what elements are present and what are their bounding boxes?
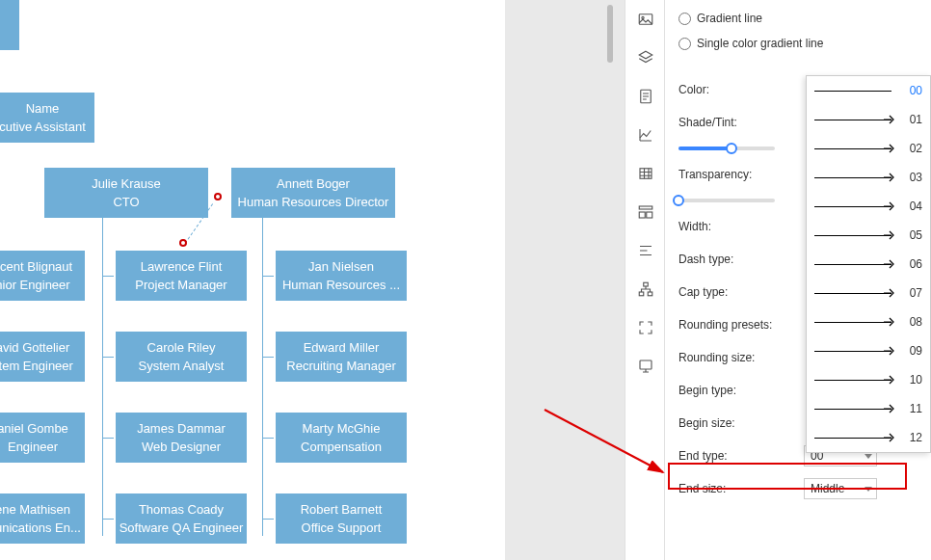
node-title: Lawrence Flint xyxy=(141,257,223,277)
prop-label: Cap type: xyxy=(678,285,804,299)
dropdown-item[interactable]: 11 xyxy=(807,394,930,423)
node-title: Edward Miller xyxy=(304,338,380,358)
document-icon[interactable] xyxy=(625,77,666,116)
radio-input[interactable] xyxy=(678,38,691,50)
prop-end-size: End size: Middle xyxy=(678,472,931,505)
org-node[interactable]: ene Mathisen munications En... xyxy=(0,493,85,544)
dropdown-item-label: 00 xyxy=(903,84,922,97)
org-chart-canvas[interactable]: Name cutive Assistant Julie Krause CTO A… xyxy=(0,0,505,560)
transparency-slider[interactable] xyxy=(678,199,775,202)
org-node-cto[interactable]: Julie Krause CTO xyxy=(44,168,208,218)
dropdown-item[interactable]: 02 xyxy=(807,134,930,163)
org-node[interactable]: Jan Nielsen Human Resources ... xyxy=(276,251,407,301)
svg-rect-5 xyxy=(639,212,645,218)
dropdown-item[interactable]: 05 xyxy=(807,221,930,250)
connector xyxy=(102,218,103,536)
dropdown-item[interactable]: 04 xyxy=(807,192,930,221)
chevron-down-icon xyxy=(864,487,872,492)
slider-thumb[interactable] xyxy=(726,143,737,154)
node-subtitle: Web Designer xyxy=(142,438,221,457)
dropdown-item[interactable]: 12 xyxy=(807,423,930,452)
org-node[interactable]: Lawrence Flint Project Manager xyxy=(116,251,247,301)
dropdown-item[interactable]: 03 xyxy=(807,163,930,192)
org-node[interactable]: James Dammar Web Designer xyxy=(116,413,247,463)
drag-handle-start[interactable] xyxy=(179,239,187,247)
end-size-select[interactable]: Middle xyxy=(804,478,877,499)
layout-icon[interactable] xyxy=(625,193,666,231)
node-subtitle: CTO xyxy=(113,193,139,212)
arrow-icon xyxy=(882,142,895,155)
canvas-margin xyxy=(505,0,625,560)
org-node[interactable]: aniel Gombe Engineer xyxy=(0,413,85,463)
connector xyxy=(262,519,274,520)
svg-rect-9 xyxy=(648,292,652,296)
dropdown-item[interactable]: 06 xyxy=(807,250,930,279)
connector xyxy=(262,218,263,536)
svg-rect-7 xyxy=(644,282,649,286)
node-subtitle: stem Engineer xyxy=(0,357,73,376)
line-properties-panel: Gradient line Single color gradient line… xyxy=(665,0,931,560)
dropdown-item-label: 03 xyxy=(903,171,922,184)
end-type-dropdown[interactable]: 00010203040506070809101112 xyxy=(806,75,931,453)
connector xyxy=(102,357,114,358)
org-node-partial[interactable] xyxy=(0,0,19,50)
slider-thumb[interactable] xyxy=(673,195,684,206)
dropdown-item-label: 12 xyxy=(903,431,922,444)
connector xyxy=(262,357,274,358)
align-icon[interactable] xyxy=(625,231,666,270)
connector xyxy=(102,438,114,439)
presentation-icon[interactable] xyxy=(625,347,666,386)
arrow-icon xyxy=(882,228,895,242)
org-node[interactable]: Thomas Coady Software QA Engineer xyxy=(116,493,247,544)
radio-single-color-gradient[interactable]: Single color gradient line xyxy=(678,31,931,56)
side-tool-rail xyxy=(625,0,665,560)
node-subtitle: Compensation xyxy=(301,438,382,457)
node-title: ene Mathisen xyxy=(0,500,70,520)
dropdown-item-label: 06 xyxy=(903,257,922,271)
dropdown-item-label: 10 xyxy=(903,373,922,387)
image-icon[interactable] xyxy=(625,0,666,39)
dropdown-item[interactable]: 08 xyxy=(807,307,930,336)
orgchart-icon[interactable] xyxy=(625,270,666,308)
dropdown-item[interactable]: 10 xyxy=(807,365,930,394)
dropdown-item[interactable]: 09 xyxy=(807,336,930,365)
dropdown-item[interactable]: 07 xyxy=(807,279,930,307)
connector xyxy=(102,276,114,277)
dropdown-item[interactable]: 01 xyxy=(807,105,930,134)
prop-label: Transparency: xyxy=(678,168,804,181)
node-title: avid Gottelier xyxy=(0,338,69,358)
chart-icon[interactable] xyxy=(625,116,666,154)
fullscreen-icon[interactable] xyxy=(625,308,666,347)
org-node-assistant[interactable]: Name cutive Assistant xyxy=(0,93,94,143)
arrow-icon xyxy=(882,315,895,329)
org-node[interactable]: ncent Blignaut nior Engineer xyxy=(0,251,85,301)
org-node[interactable]: Robert Barnett Office Support xyxy=(276,493,407,544)
dropdown-item-label: 05 xyxy=(903,228,922,242)
radio-label: Single color gradient line xyxy=(697,37,823,50)
table-icon[interactable] xyxy=(625,154,666,193)
org-node-hr-director[interactable]: Annett Boger Human Resources Director xyxy=(231,168,395,218)
scrollbar-thumb[interactable] xyxy=(607,5,613,63)
dropdown-item[interactable]: 00 xyxy=(807,76,930,105)
radio-input[interactable] xyxy=(678,13,691,25)
prop-label: Begin type: xyxy=(678,384,804,397)
org-node[interactable]: avid Gottelier stem Engineer xyxy=(0,332,85,382)
radio-gradient-line[interactable]: Gradient line xyxy=(678,6,931,31)
arrow-icon xyxy=(882,402,895,415)
radio-label: Gradient line xyxy=(697,12,762,25)
node-subtitle: Project Manager xyxy=(135,276,226,295)
node-subtitle: Recruiting Manager xyxy=(286,357,395,376)
arrow-icon xyxy=(882,286,895,300)
dropdown-item-label: 04 xyxy=(903,200,922,213)
shade-slider[interactable] xyxy=(678,147,775,150)
arrow-icon xyxy=(882,257,895,271)
org-node[interactable]: Carole Riley System Analyst xyxy=(116,332,247,382)
drag-handle-end[interactable] xyxy=(214,193,222,200)
prop-label: Width: xyxy=(678,220,804,233)
svg-rect-8 xyxy=(639,292,644,296)
org-node[interactable]: Edward Miller Recruiting Manager xyxy=(276,332,407,382)
node-subtitle: Office Support xyxy=(302,519,382,538)
layers-icon[interactable] xyxy=(625,39,666,77)
arrow-icon xyxy=(882,431,895,444)
org-node[interactable]: Marty McGhie Compensation xyxy=(276,413,407,463)
